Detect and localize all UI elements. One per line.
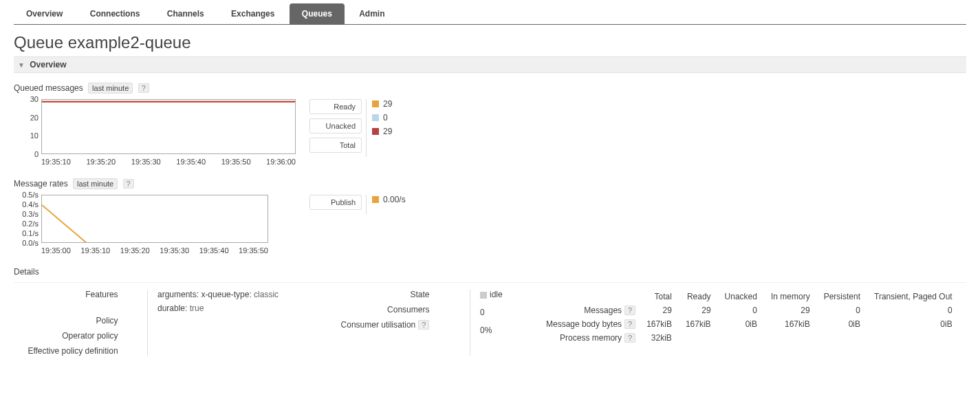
legend-unacked-value: 0 [383, 113, 388, 122]
queued-messages-legend: Ready Unacked Total 29 0 [309, 99, 392, 157]
help-icon[interactable]: ? [123, 179, 134, 189]
details-heading: Details [14, 267, 966, 277]
consumer-util-value: 0% [480, 325, 521, 335]
swatch-total [372, 128, 379, 135]
page-title-prefix: Queue [14, 33, 68, 52]
queued-range-selector[interactable]: last minute [88, 83, 133, 94]
durable-value: true [190, 303, 204, 313]
swatch-publish [372, 196, 379, 203]
help-icon[interactable]: ? [138, 83, 149, 93]
row-messages-label: Messages [584, 306, 622, 315]
legend-ready-label[interactable]: Ready [309, 99, 362, 114]
queued-messages-label: Queued messages [14, 83, 83, 93]
legend-total-value: 29 [383, 127, 392, 136]
chevron-down-icon: ▼ [18, 61, 25, 69]
legend-publish-value: 0.00/s [383, 195, 406, 204]
tab-channels[interactable]: Channels [155, 3, 217, 24]
consumers-label: Consumers [387, 305, 429, 314]
help-icon[interactable]: ? [418, 320, 429, 330]
durable-label: durable: [157, 303, 187, 313]
col-total: Total [640, 290, 679, 303]
main-tabs: Overview Connections Channels Exchanges … [14, 3, 966, 25]
message-rates-label: Message rates [14, 179, 68, 189]
tab-overview[interactable]: Overview [14, 3, 75, 24]
arguments-key: x-queue-type: [201, 290, 251, 299]
arguments-label: arguments: [157, 290, 199, 299]
swatch-ready [372, 100, 379, 107]
col-persistent: Persistent [817, 290, 867, 303]
table-row: Messages? 29 29 0 29 0 0 [542, 303, 959, 317]
overview-section-label: Overview [30, 60, 66, 70]
state-value: idle [490, 290, 503, 299]
help-icon[interactable]: ? [624, 333, 635, 343]
operator-policy-label: Operator policy [14, 331, 118, 341]
help-icon[interactable]: ? [624, 306, 635, 315]
tab-connections[interactable]: Connections [78, 3, 153, 24]
state-swatch [480, 292, 487, 299]
details-block: Features Policy Operator policy Effectiv… [14, 290, 966, 356]
effective-policy-label: Effective policy definition [14, 346, 118, 356]
table-row: Message body bytes? 167kiB 167kiB 0iB 16… [542, 317, 959, 331]
table-row: Process memory? 32kiB [542, 331, 959, 345]
overview-section-header[interactable]: ▼ Overview [14, 56, 966, 73]
messages-table: Total Ready Unacked In memory Persistent… [542, 290, 959, 345]
col-unacked: Unacked [718, 290, 764, 303]
tab-admin[interactable]: Admin [347, 3, 397, 24]
arguments-value: classic [254, 290, 279, 299]
queued-messages-heading: Queued messages last minute ? [14, 83, 966, 94]
consumer-util-label: Consumer utilisation [341, 320, 416, 330]
page-title: Queue example2-queue [14, 33, 966, 52]
col-transient: Transient, Paged Out [867, 290, 959, 303]
legend-total-label[interactable]: Total [309, 138, 362, 153]
queued-messages-chart: 0102030 19:35:1019:35:2019:35:3019:35:40… [14, 99, 296, 166]
features-label: Features [14, 290, 118, 299]
message-rates-legend: Publish 0.00/s [309, 195, 406, 214]
row-process-memory-label: Process memory [560, 333, 622, 343]
tab-queues[interactable]: Queues [290, 3, 345, 24]
policy-label: Policy [14, 316, 118, 325]
legend-unacked-label[interactable]: Unacked [309, 118, 362, 133]
state-label: State [316, 290, 429, 299]
col-ready: Ready [679, 290, 718, 303]
col-in-memory: In memory [764, 290, 817, 303]
message-rates-chart: 0.0/s0.1/s0.2/s0.3/s0.4/s0.5/s 19:35:001… [14, 195, 268, 255]
legend-publish-label[interactable]: Publish [309, 195, 362, 210]
legend-ready-value: 29 [383, 99, 392, 109]
message-rates-heading: Message rates last minute ? [14, 178, 966, 189]
consumers-value: 0 [480, 308, 521, 317]
row-body-bytes-label: Message body bytes [546, 319, 622, 329]
queue-name: example2-queue [68, 33, 191, 52]
rates-range-selector[interactable]: last minute [73, 178, 118, 189]
tab-exchanges[interactable]: Exchanges [219, 3, 287, 24]
swatch-unacked [372, 114, 379, 121]
help-icon[interactable]: ? [624, 319, 635, 329]
